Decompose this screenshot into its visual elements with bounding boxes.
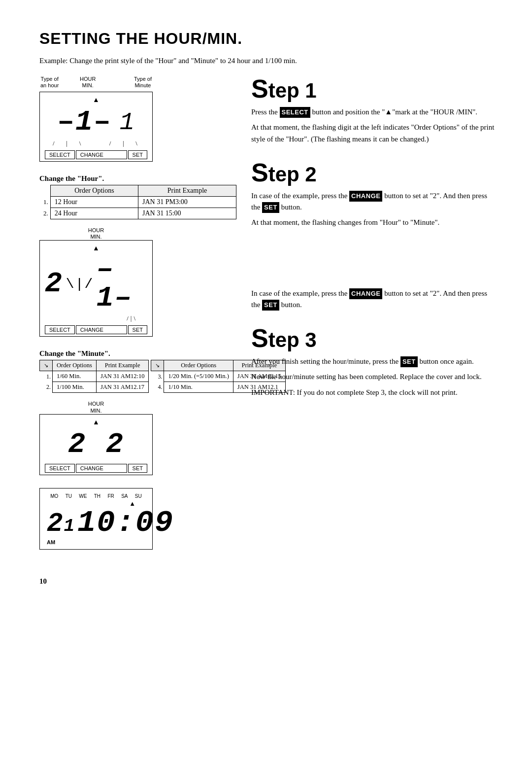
hour-example-1: JAN 31 PM3:00	[138, 197, 236, 208]
select-button-3[interactable]: SELECT	[45, 464, 75, 473]
set-highlight-3: SET	[400, 356, 418, 367]
step2-heading: Step 2	[251, 160, 498, 185]
hour-example-2: JAN 31 15:00	[138, 208, 236, 219]
diagram2-label: HOURMIN.	[39, 227, 153, 240]
right-column: Step 1 Press the SELECT button and posit…	[251, 76, 498, 562]
arrow-up-1: ▲	[45, 96, 147, 104]
change-minute-title: Change the "Minute".	[39, 349, 236, 358]
clock-buttons-3: SELECT CHANGE SET	[45, 464, 147, 473]
clock-display-1: ▲ –1– 1 /|\ /|\ SELECT CHANGE SET	[39, 92, 153, 162]
change-button-3[interactable]: CHANGE	[76, 464, 127, 473]
change-hour-section: Change the "Hour". Order Options Print E…	[39, 174, 236, 219]
hour-row-1: 1. 12 Hour JAN 31 PM3:00	[39, 197, 236, 208]
clock-display-2: ▲ 2 \ | / –1– /|\ SELECT CHANGE SET	[39, 240, 153, 337]
page-number: 10	[39, 577, 498, 586]
change-minute-section: Change the "Minute". ↘ Order Options Pri…	[39, 349, 236, 393]
hour-row-2: 2. 24 Hour JAN 31 15:00	[39, 208, 236, 219]
step1-para1: Press the SELECT button and position the…	[251, 106, 498, 118]
left-column: Type ofan hour HOURMIN. Type ofMinute ▲ …	[39, 76, 236, 562]
step1-block: Step 1 Press the SELECT button and posit…	[251, 76, 498, 145]
change-button-1[interactable]: CHANGE	[76, 150, 127, 159]
change-hour-title: Change the "Hour".	[39, 174, 236, 183]
diagram4-section: MOTUWETHFRSASU ▲ 2 1 10:09 AM	[39, 488, 236, 553]
change-highlight-1: CHANGE	[349, 191, 382, 202]
diagram3-section: HOURMIN. ▲ 2 2 SELECT CHANGE SET	[39, 401, 236, 478]
select-button-1[interactable]: SELECT	[45, 150, 75, 159]
callout-type-hour: Type ofan hour	[40, 76, 59, 89]
set-button-2[interactable]: SET	[128, 325, 147, 334]
minute-row-1: 1. 1/60 Min. JAN 31 AM12:10	[40, 371, 149, 382]
diagram1-section: Type ofan hour HOURMIN. Type ofMinute ▲ …	[39, 76, 236, 165]
diagram3-label: HOURMIN.	[39, 401, 153, 414]
intro-text: Example: Change the print style of the "…	[39, 57, 498, 65]
clock-display-3: ▲ 2 2 SELECT CHANGE SET	[39, 414, 153, 475]
step2cont-block: In case of the example, press the CHANGE…	[251, 288, 498, 311]
hour-table: Order Options Print Example 1. 12 Hour J…	[39, 185, 236, 219]
tick-marks-2: /|\	[45, 314, 147, 323]
change-button-2[interactable]: CHANGE	[76, 325, 127, 334]
hour-option-1: 12 Hour	[50, 197, 138, 208]
set-highlight-2: SET	[262, 300, 279, 311]
step2-block: Step 2 In case of the example, press the…	[251, 160, 498, 229]
select-button-2[interactable]: SELECT	[45, 325, 75, 334]
step3-block: Step 3 After you finish setting the hour…	[251, 325, 498, 398]
step2-para1: In case of the example, press the CHANGE…	[251, 190, 498, 213]
set-button-3[interactable]: SET	[128, 464, 147, 473]
clock-display-4: MOTUWETHFRSASU ▲ 2 1 10:09 AM	[39, 488, 153, 550]
callout-type-minute: Type ofMinute	[134, 76, 152, 89]
minute-row-2: 2. 1/100 Min. JAN 31 AM12.17	[40, 382, 149, 393]
diagram2-section: HOURMIN. ▲ 2 \ | / –1– /|\ SELECT CHANGE	[39, 227, 236, 340]
set-button-1[interactable]: SET	[128, 150, 147, 159]
set-highlight-1: SET	[262, 202, 279, 213]
clock-digits-2: 2 \ | / –1–	[45, 253, 147, 314]
hour-option-2: 24 Hour	[50, 208, 138, 219]
page-title: SETTING THE HOUR/MIN.	[39, 30, 498, 48]
hour-header-options: Order Options	[50, 185, 138, 197]
step1-text: Press the SELECT button and position the…	[251, 106, 498, 145]
select-highlight-1: SELECT	[280, 107, 310, 118]
step3-para1: After you finish setting the hour/minute…	[251, 356, 498, 367]
step3-para3: IMPORTANT: If you do not complete Step 3…	[251, 387, 498, 398]
step2cont-text: In case of the example, press the CHANGE…	[251, 288, 498, 311]
clock-digits-3: 2 2	[45, 427, 147, 462]
clock-buttons-1: SELECT CHANGE SET	[45, 150, 147, 159]
arrow-cell-right: ↘	[151, 360, 164, 371]
step2-para2: At that moment, the flashing changes fro…	[251, 217, 498, 228]
minute-table-left: ↘ Order Options Print Example 1. 1/60 Mi…	[39, 360, 149, 393]
callout-hour-min: HOURMIN.	[80, 76, 96, 89]
arrow-cell-left: ↘	[40, 360, 53, 371]
hour-header-example: Print Example	[138, 185, 236, 197]
weekday-row: MOTUWETHFRSASU	[47, 493, 145, 499]
step2cont-para1: In case of the example, press the CHANGE…	[251, 288, 498, 311]
step3-text: After you finish setting the hour/minute…	[251, 356, 498, 398]
change-highlight-2: CHANGE	[349, 288, 382, 299]
clock-digits-1: –1– 1	[45, 105, 147, 139]
clock-buttons-2: SELECT CHANGE SET	[45, 325, 147, 334]
step3-heading: Step 3	[251, 325, 498, 351]
arrow-up-2: ▲	[45, 244, 147, 252]
tick-marks-1: /|\ /|\	[45, 139, 147, 148]
step2-text: In case of the example, press the CHANGE…	[251, 190, 498, 229]
arrow-up-3: ▲	[45, 418, 147, 426]
step3-para2: Now the hour/minute setting has been com…	[251, 371, 498, 383]
step1-para2: At that moment, the flashing digit at th…	[251, 122, 498, 145]
big-clock-display: 2 1 10:09	[47, 508, 145, 538]
step1-heading: Step 1	[251, 76, 498, 102]
